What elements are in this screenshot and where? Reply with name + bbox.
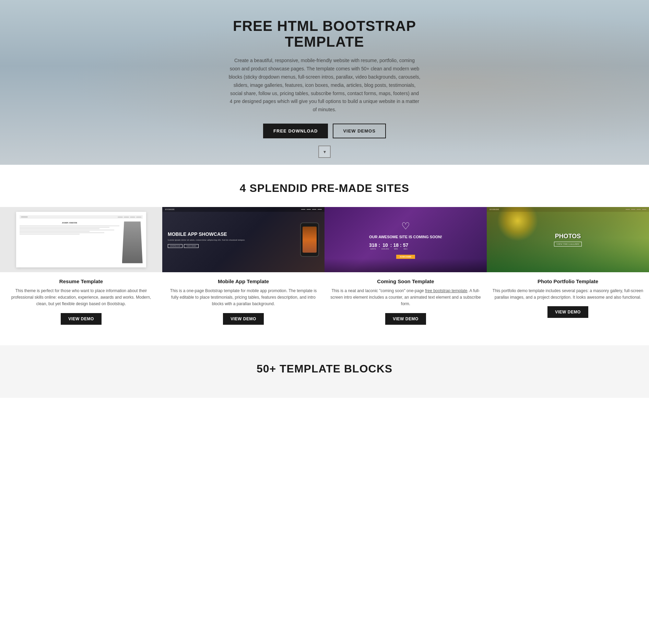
coming-soon-view-demo-button[interactable]: VIEW DEMO: [385, 313, 426, 325]
view-demos-button[interactable]: VIEW DEMOS: [333, 124, 386, 138]
free-download-button[interactable]: FREE DOWNLOAD: [263, 124, 328, 138]
countdown: 318 DAYS : 10 HOURS : 18 MIN: [369, 242, 442, 250]
blocks-section-title: 50+ TEMPLATE BLOCKS: [0, 363, 649, 375]
countdown-min-num: 18: [393, 242, 399, 248]
photo-portfolio-preview: HYDRIDE PHOTOS VIEW THE GALLERY: [487, 207, 649, 272]
mobile-app-action-btns: DOWNLOAD VIEW DEMO: [168, 244, 245, 248]
countdown-sep-2: :: [390, 242, 392, 250]
countdown-sec: 57 SEC: [403, 242, 409, 250]
phone-screen: [303, 227, 317, 253]
coming-soon-card-image: ♡ OUR AWESOME SITE IS COMING SOON! 318 D…: [324, 207, 487, 272]
photos-subtext: VIEW THE GALLERY: [554, 242, 582, 246]
coming-soon-card-title: Coming Soon Template: [324, 278, 487, 284]
mobile-app-card: HYDRIDE MOBILE APP SHOWCASE Lorem ipsum …: [162, 207, 324, 332]
hero-section: FREE HTML BOOTSTRAP TEMPLATE Create a be…: [0, 0, 649, 165]
countdown-sec-num: 57: [403, 242, 409, 248]
mobile-app-preview: HYDRIDE MOBILE APP SHOWCASE Lorem ipsum …: [162, 207, 324, 272]
mobile-app-view-demo-button[interactable]: VIEW DEMO: [223, 313, 264, 325]
resume-view-demo-button[interactable]: VIEW DEMO: [61, 313, 102, 325]
phone-mockup: [300, 222, 319, 257]
resume-card-title: Resume Template: [0, 278, 162, 284]
countdown-min-label: MIN: [394, 248, 398, 250]
coming-soon-card: ♡ OUR AWESOME SITE IS COMING SOON! 318 D…: [324, 207, 487, 332]
coming-soon-content: ♡ OUR AWESOME SITE IS COMING SOON! 318 D…: [369, 220, 442, 258]
countdown-sep-3: :: [400, 242, 402, 250]
mobile-app-text: MOBILE APP SHOWCASE Lorem ipsum dolor si…: [168, 231, 245, 248]
photos-heading: PHOTOS: [554, 233, 582, 240]
mobile-demo-btn: VIEW DEMO: [184, 244, 199, 248]
countdown-sep-1: :: [378, 242, 380, 250]
resume-card-desc: This theme is perfect for those who want…: [0, 288, 162, 308]
hero-buttons: FREE DOWNLOAD VIEW DEMOS: [228, 124, 421, 138]
countdown-hours-num: 10: [382, 242, 388, 248]
hero-content: FREE HTML BOOTSTRAP TEMPLATE Create a be…: [222, 18, 427, 147]
resume-preview: JOHN SMITH: [0, 207, 162, 272]
countdown-min: 18 MIN: [393, 242, 399, 250]
photo-portfolio-content: PHOTOS VIEW THE GALLERY: [554, 233, 582, 246]
premade-section-title: 4 SPLENDID PRE-MADE SITES: [0, 182, 649, 195]
photo-portfolio-view-demo-button[interactable]: VIEW DEMO: [547, 306, 588, 318]
hero-title: FREE HTML BOOTSTRAP TEMPLATE: [228, 18, 421, 50]
mobile-app-card-title: Mobile App Template: [162, 278, 324, 284]
resume-card-image: JOHN SMITH: [0, 207, 162, 272]
countdown-days: 318 DAYS: [369, 242, 377, 250]
coming-soon-card-desc: This is a neat and laconic "coming soon"…: [324, 288, 487, 308]
photo-portfolio-card-title: Photo Portfolio Template: [487, 278, 649, 284]
photo-portfolio-card-desc: This portfolio demo template includes se…: [487, 288, 649, 301]
mobile-app-card-desc: This is a one-page Bootstrap template fo…: [162, 288, 324, 308]
mobile-download-btn: DOWNLOAD: [168, 244, 182, 248]
mobile-app-subtext: Lorem ipsum dolor sit amet, consectetur …: [168, 239, 245, 242]
cards-grid: JOHN SMITH: [0, 207, 649, 332]
photo-portfolio-card: HYDRIDE PHOTOS VIEW THE GALLERY: [487, 207, 649, 332]
countdown-hours: 10 HOURS: [381, 242, 389, 250]
mobile-app-heading-text: MOBILE APP SHOWCASE: [168, 231, 245, 237]
countdown-hours-label: HOURS: [381, 248, 389, 250]
resume-card: JOHN SMITH: [0, 207, 162, 332]
countdown-days-label: DAYS: [370, 248, 376, 250]
countdown-days-num: 318: [369, 242, 377, 248]
hero-description: Create a beautiful, responsive, mobile-f…: [228, 57, 421, 114]
mobile-app-card-image: HYDRIDE MOBILE APP SHOWCASE Lorem ipsum …: [162, 207, 324, 272]
premade-sites-section: 4 SPLENDID PRE-MADE SITES: [0, 165, 649, 345]
photo-portfolio-card-image: HYDRIDE PHOTOS VIEW THE GALLERY: [487, 207, 649, 272]
countdown-sec-label: SEC: [403, 248, 408, 250]
scroll-down-arrow[interactable]: ▾: [318, 146, 331, 158]
template-blocks-section: 50+ TEMPLATE BLOCKS: [0, 345, 649, 398]
coming-soon-title-text: OUR AWESOME SITE IS COMING SOON!: [369, 234, 442, 239]
heart-icon: ♡: [369, 220, 442, 232]
coming-soon-preview: ♡ OUR AWESOME SITE IS COMING SOON! 318 D…: [324, 207, 487, 272]
free-bootstrap-template-link[interactable]: free bootstrap template: [425, 288, 467, 293]
chevron-down-icon: ▾: [323, 149, 326, 155]
resume-name-label: JOHN SMITH: [20, 221, 119, 224]
